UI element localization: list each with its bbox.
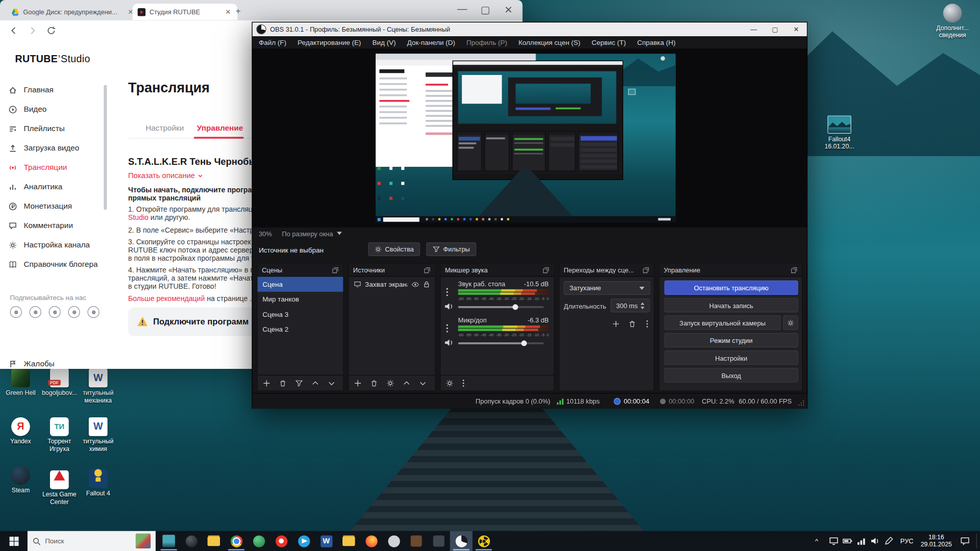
sidebar-item-channel-settings[interactable]: Настройка канала <box>9 236 103 254</box>
transition-menu-icon[interactable] <box>646 320 649 328</box>
browser-maximize-button[interactable]: ▢ <box>474 4 497 15</box>
vk-icon[interactable] <box>10 306 22 318</box>
scene-item-selected[interactable]: Сцена <box>257 277 343 291</box>
settings-button[interactable]: Настройки <box>665 350 798 365</box>
tab-close-icon[interactable]: ✕ <box>224 8 232 16</box>
obs-maximize-button[interactable]: ▢ <box>765 22 786 36</box>
desktop-icon-torrent[interactable]: ТИ Торрент Игруха <box>41 417 78 453</box>
browser-close-button[interactable]: ✕ <box>497 4 520 15</box>
more-socials-icon[interactable] <box>87 306 99 318</box>
sidebar-item-blogger-guide[interactable]: Справочник блогера <box>9 256 103 273</box>
sidebar-item-upload[interactable]: Загрузка видео <box>9 139 103 157</box>
menu-scene-collection[interactable]: Коллекция сцен (S) <box>519 39 580 46</box>
visibility-eye-icon[interactable] <box>411 280 420 288</box>
properties-button[interactable]: Свойства <box>368 242 420 256</box>
obs-minimize-button[interactable]: — <box>743 22 765 36</box>
sidebar-scrollbar[interactable] <box>104 85 107 210</box>
mixer-menu-icon[interactable] <box>462 379 465 387</box>
add-source-icon[interactable] <box>354 379 362 387</box>
scene-item[interactable]: Мир танков <box>257 292 343 307</box>
source-item-display-capture[interactable]: Захват экрана <box>349 277 435 291</box>
remove-scene-icon[interactable] <box>279 379 287 387</box>
tray-monitor-icon[interactable] <box>829 536 839 546</box>
controls-panel-header[interactable]: Управление <box>659 264 802 277</box>
spin-up-icon[interactable] <box>641 302 644 305</box>
sidebar-item-complaints[interactable]: Жалобы <box>9 355 103 369</box>
move-source-down-icon[interactable] <box>419 379 427 387</box>
fit-to-window-dropdown[interactable]: По размеру окна <box>282 230 341 237</box>
popout-icon[interactable] <box>791 266 797 273</box>
desktop-icon-doc-mechanika[interactable]: W титульный механика <box>80 368 116 404</box>
taskbar-icon-yandex-browser[interactable] <box>270 531 292 551</box>
show-description-link[interactable]: Показать описание <box>128 171 203 180</box>
duration-spinbox[interactable]: 300 ms <box>610 298 650 312</box>
menu-help[interactable]: Справка (H) <box>637 39 675 46</box>
new-tab-button[interactable]: + <box>233 6 244 17</box>
taskbar-icon-photos[interactable] <box>158 531 180 551</box>
lock-icon[interactable] <box>423 281 430 288</box>
scene-filters-icon[interactable] <box>295 379 303 387</box>
desktop-icon-lesta[interactable]: Lesta Game Center <box>41 466 78 506</box>
taskbar-icon-folder[interactable] <box>337 531 360 551</box>
exit-button[interactable]: Выход <box>665 368 798 382</box>
show-desktop-divider[interactable] <box>976 534 977 548</box>
channel-menu-icon[interactable] <box>446 323 449 333</box>
browser-tab-drive[interactable]: Google Диск: предупреждени... ✕ <box>6 4 140 20</box>
desktop-icon-yandex[interactable]: Я Yandex <box>3 417 39 445</box>
tab-management[interactable]: Управление <box>197 123 243 132</box>
menu-tools[interactable]: Сервис (Т) <box>592 39 626 46</box>
transition-select[interactable]: Затухание <box>564 281 650 295</box>
menu-profile[interactable]: Профиль (Р) <box>467 39 507 46</box>
start-button[interactable] <box>0 531 28 551</box>
sidebar-item-analytics[interactable]: Аналитика <box>9 178 103 195</box>
move-scene-down-icon[interactable] <box>328 379 336 387</box>
scene-item[interactable]: Сцена 2 <box>257 322 343 337</box>
language-indicator[interactable]: РУС <box>897 537 916 545</box>
browser-tab-rutube[interactable]: Студия RUTUBE ✕ <box>133 4 238 20</box>
taskbar-icon-explorer[interactable] <box>203 531 225 551</box>
taskbar-icon-gray-app[interactable] <box>382 531 405 551</box>
taskbar-icon-radiation[interactable] <box>473 531 495 551</box>
more-recommendations-link[interactable]: Больше рекомендаций <box>128 295 205 303</box>
sources-panel-header[interactable]: Источники <box>349 264 435 277</box>
obs-close-button[interactable]: ✕ <box>786 22 807 36</box>
menu-docks[interactable]: Док-панели (D) <box>407 39 455 46</box>
sidebar-item-monetization[interactable]: Монетизация <box>9 197 103 215</box>
remove-transition-icon[interactable] <box>628 320 636 328</box>
desktop-icon-green-hell[interactable]: Green Hell <box>3 368 39 396</box>
taskbar-icon-green-app[interactable] <box>248 531 270 551</box>
speaker-icon[interactable] <box>445 303 454 311</box>
scene-item[interactable]: Сцена 3 <box>257 307 343 321</box>
desktop-icon-steam[interactable]: Steam <box>3 466 39 494</box>
taskbar-icon-word[interactable]: W <box>315 531 337 551</box>
menu-edit[interactable]: Редактирование (E) <box>298 39 361 46</box>
forward-icon[interactable] <box>28 26 38 36</box>
taskbar-icon-chrome[interactable] <box>225 531 248 551</box>
start-recording-button[interactable]: Начать запись <box>665 298 798 312</box>
taskbar-icon-firefox[interactable] <box>360 531 382 551</box>
volume-slider-knob[interactable] <box>521 340 527 346</box>
desktop-icon-pdf[interactable]: PDF bogoljubov... <box>41 368 78 396</box>
popout-icon[interactable] <box>424 266 430 273</box>
taskbar-icon-tool[interactable] <box>428 531 450 551</box>
sidebar-item-playlists[interactable]: Плейлисты <box>9 120 103 137</box>
zen-icon[interactable] <box>68 306 80 318</box>
transitions-panel-header[interactable]: Переходы между сце... <box>559 264 654 277</box>
taskbar-clock[interactable]: 18:16 29.01.2025 <box>918 534 955 548</box>
add-scene-icon[interactable] <box>262 379 271 387</box>
obs-title-bar[interactable]: OBS 31.0.1 - Профиль: Безымянный - Сцены… <box>253 22 807 36</box>
speaker-icon[interactable] <box>445 339 454 347</box>
volume-slider-knob[interactable] <box>512 304 518 310</box>
taskbar-icon-obs-active[interactable] <box>450 531 473 551</box>
virtual-camera-button[interactable]: Запуск виртуальной камеры <box>665 315 781 330</box>
spin-down-icon[interactable] <box>641 307 644 309</box>
tray-network-icon[interactable] <box>856 536 867 546</box>
sidebar-item-video[interactable]: Видео <box>9 101 103 118</box>
popout-icon[interactable] <box>332 266 338 273</box>
resize-grip[interactable] <box>798 400 804 406</box>
back-icon[interactable] <box>9 26 19 36</box>
taskbar-icon-dark-app[interactable] <box>180 531 203 551</box>
menu-file[interactable]: Файл (F) <box>259 39 286 46</box>
move-scene-up-icon[interactable] <box>311 379 320 387</box>
desktop-icon-screenshot[interactable]: Fallout4 16.01.20... <box>821 116 857 151</box>
